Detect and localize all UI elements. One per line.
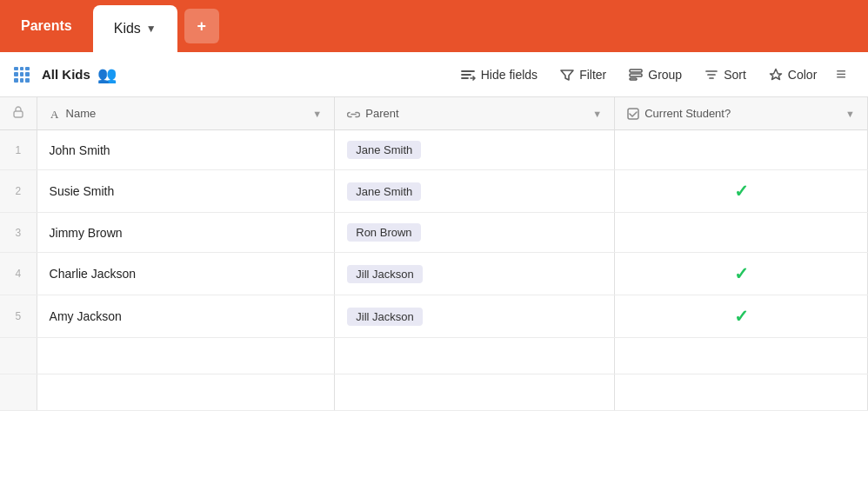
text-field-icon: A (50, 108, 61, 119)
checkbox-field-icon (627, 108, 639, 120)
student-header[interactable]: Current Student? ▼ (615, 97, 868, 130)
row-number: 3 (0, 213, 37, 253)
parent-tag[interactable]: Jill Jackson (347, 308, 422, 326)
group-label: Group (648, 68, 682, 82)
more-button[interactable]: ≡ (829, 61, 854, 88)
parent-dropdown-icon: ▼ (592, 109, 602, 119)
plus-icon: + (197, 17, 206, 36)
lock-icon (13, 106, 23, 118)
svg-rect-2 (630, 78, 637, 80)
parent-tag[interactable]: Jane Smith (347, 141, 421, 159)
checkmark-icon: ✓ (734, 307, 749, 326)
empty-cell (615, 338, 868, 374)
table-container: A Name ▼ Parent ▼ (0, 97, 868, 477)
name-dropdown-icon: ▼ (312, 109, 322, 119)
svg-text:A: A (50, 108, 59, 119)
parent-tag[interactable]: Jane Smith (347, 182, 421, 201)
kids-table: A Name ▼ Parent ▼ (0, 97, 868, 411)
student-dropdown-icon: ▼ (845, 109, 855, 119)
kid-parent: Jill Jackson (335, 295, 615, 338)
color-label: Color (788, 68, 817, 82)
chevron-down-icon: ▼ (146, 23, 157, 35)
kid-parent: Jane Smith (335, 170, 615, 213)
tab-kids[interactable]: Kids ▼ (93, 5, 177, 52)
filter-icon (560, 68, 574, 82)
group-icon (629, 68, 643, 82)
table-row: 1John SmithJane Smith (0, 130, 868, 170)
people-icon: 👥 (97, 65, 117, 84)
sort-button[interactable]: Sort (694, 63, 757, 87)
hide-fields-icon (460, 67, 476, 83)
link-field-icon (347, 108, 360, 119)
parent-header[interactable]: Parent ▼ (335, 97, 615, 130)
table-row: 4Charlie JacksonJill Jackson✓ (0, 253, 868, 295)
svg-rect-3 (14, 111, 23, 117)
checkmark-icon: ✓ (734, 264, 749, 283)
tab-parents[interactable]: Parents (0, 0, 93, 52)
view-name: All Kids (42, 67, 90, 82)
lock-header (0, 97, 37, 130)
empty-row (0, 374, 868, 411)
tab-parents-label: Parents (21, 18, 72, 34)
student-header-label: Current Student? (644, 107, 731, 120)
kid-name: John Smith (37, 130, 335, 170)
row-number: 5 (0, 295, 37, 338)
table-row: 2Susie SmithJane Smith✓ (0, 170, 868, 213)
grid-view-icon[interactable] (14, 67, 30, 83)
kid-student-status: ✓ (615, 253, 868, 295)
empty-cell (37, 374, 335, 411)
name-header-label: Name (66, 107, 97, 120)
empty-cell (335, 374, 615, 411)
kid-name: Amy Jackson (37, 295, 335, 338)
kid-parent: Ron Brown (335, 213, 615, 253)
kid-parent: Jill Jackson (335, 253, 615, 295)
table-row: 5Amy JacksonJill Jackson✓ (0, 295, 868, 338)
row-number: 4 (0, 253, 37, 295)
parent-header-label: Parent (365, 107, 398, 120)
parent-tag[interactable]: Ron Brown (347, 223, 420, 242)
svg-rect-0 (630, 70, 642, 72)
tab-kids-label: Kids (114, 21, 141, 36)
color-button[interactable]: Color (758, 63, 827, 87)
name-header[interactable]: A Name ▼ (37, 97, 335, 130)
filter-label: Filter (579, 68, 606, 82)
toolbar-left: All Kids 👥 (14, 65, 446, 84)
empty-cell (0, 374, 37, 411)
hide-fields-button[interactable]: Hide fields (450, 62, 548, 88)
kid-student-status: ✓ (615, 170, 868, 213)
empty-row (0, 338, 868, 374)
sort-icon (704, 68, 718, 82)
kid-name: Susie Smith (37, 170, 335, 213)
kid-student-status (615, 130, 868, 170)
table-row: 3Jimmy BrownRon Brown (0, 213, 868, 253)
filter-button[interactable]: Filter (550, 63, 617, 87)
toolbar: All Kids 👥 Hide fields Filter Group (0, 52, 868, 97)
checkmark-icon: ✓ (734, 182, 749, 201)
group-button[interactable]: Group (618, 63, 692, 87)
toolbar-right: Hide fields Filter Group Sort (450, 61, 854, 88)
row-number: 1 (0, 130, 37, 170)
empty-cell (37, 338, 335, 374)
kid-name: Charlie Jackson (37, 253, 335, 295)
color-icon (769, 68, 783, 82)
kid-student-status (615, 213, 868, 253)
row-number: 2 (0, 170, 37, 213)
hide-fields-label: Hide fields (481, 68, 537, 82)
parent-tag[interactable]: Jill Jackson (347, 265, 422, 283)
svg-rect-1 (630, 74, 642, 76)
kid-parent: Jane Smith (335, 130, 615, 170)
add-tab-button[interactable]: + (184, 9, 219, 43)
empty-cell (335, 338, 615, 374)
sort-label: Sort (724, 68, 746, 82)
kid-student-status: ✓ (615, 295, 868, 338)
kid-name: Jimmy Brown (37, 213, 335, 253)
empty-cell (615, 374, 868, 411)
tab-bar: Parents Kids ▼ + (0, 0, 868, 52)
empty-cell (0, 338, 37, 374)
